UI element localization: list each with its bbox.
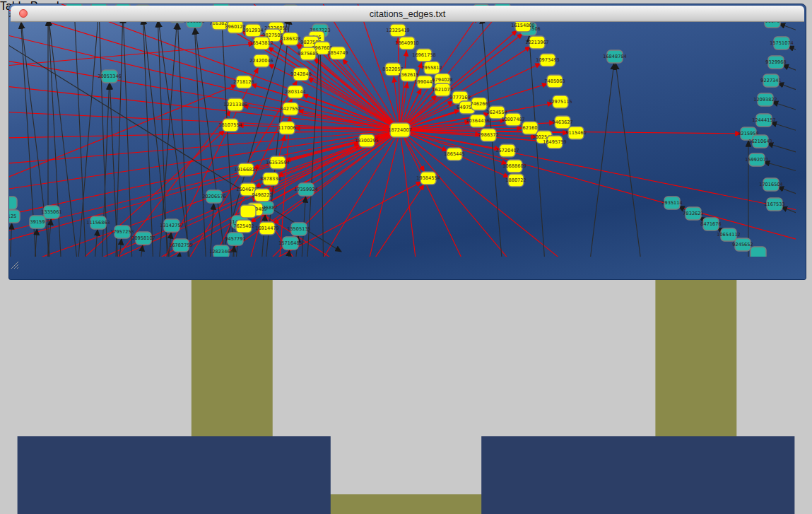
node-label: 8878334 (260, 176, 281, 182)
node-label: 16543812 (249, 40, 273, 46)
node-label: 7986372 (478, 132, 498, 138)
graph-node[interactable]: 9875685 (298, 47, 318, 60)
node-label: 9463627 (552, 119, 572, 125)
node-label: 9242848 (290, 71, 311, 77)
graph-node[interactable]: 8878334 (260, 173, 281, 185)
graph-node[interactable]: 16961758 (412, 49, 436, 62)
graph-node[interactable]: 1621077 (432, 83, 452, 96)
graph-node[interactable]: 18640910 (395, 37, 419, 49)
graph-node[interactable]: 20206576 (202, 190, 226, 203)
window-title: citations_edges.txt (11, 8, 804, 19)
network-canvas[interactable]: 1872400724055723208914061065528715276021… (9, 4, 806, 272)
graph-node[interactable]: 12213967 (525, 36, 549, 49)
graph-node[interactable]: 12325419 (386, 24, 410, 37)
graph-node[interactable]: 13142757 (160, 219, 184, 232)
graph-node[interactable]: 7485063 (544, 75, 565, 88)
graph-node[interactable]: 12823468 (209, 245, 233, 257)
node-label: 10688609 (502, 163, 526, 169)
graph-node[interactable]: 9498222 (252, 189, 272, 201)
graph-node[interactable]: 13505135 (287, 223, 311, 235)
graph-node[interactable]: 9457791 (225, 233, 245, 245)
graph-node[interactable]: 12975115 (548, 95, 572, 108)
node-label: 16782759 (169, 243, 193, 248)
graph-node[interactable]: 1865445 (444, 148, 464, 160)
node-label: 16210643 (748, 139, 772, 144)
graph-node[interactable]: 2935114 (661, 197, 682, 209)
graph-node[interactable]: 18107554 (218, 119, 242, 132)
window-titlebar[interactable]: citations_edges.txt (11, 6, 804, 22)
graph-node[interactable]: 10973493 (536, 54, 560, 66)
graph-node[interactable]: 8912934 (242, 24, 263, 37)
graph-node[interactable]: 125 (9, 210, 20, 223)
graph-node[interactable]: 39159 (30, 216, 45, 228)
graph-node[interactable]: 1167533 (764, 198, 784, 211)
node-label: 7485063 (544, 78, 565, 84)
node-label: 117006 (278, 125, 295, 131)
graph-node[interactable]: 9329968 (765, 56, 786, 69)
graph-node[interactable]: 2803144 (285, 86, 305, 98)
node-label: 15720407 (495, 148, 519, 153)
graph-node[interactable]: 7625402 (233, 220, 254, 233)
graph-node[interactable] (9, 197, 17, 209)
graph-node[interactable]: 9245652 (732, 238, 753, 251)
node-label: 9498222 (252, 192, 272, 198)
node-label: 1167533 (764, 201, 784, 207)
graph-node[interactable]: 17016504 (759, 178, 783, 191)
node-label: 10958107 (131, 235, 155, 241)
node-label: 1335061 (41, 209, 61, 215)
node-label: 8912934 (242, 28, 263, 33)
node-label: 22420046 (249, 58, 273, 64)
node-label: 16961758 (412, 52, 436, 58)
resize-grip-icon[interactable] (9, 259, 19, 269)
node-label: 12213386 (223, 102, 247, 107)
graph-node[interactable]: 7832621 (683, 207, 703, 220)
graph-node[interactable]: 12093822 (753, 93, 777, 106)
graph-node[interactable]: 9227341 (760, 74, 781, 87)
network-window[interactable]: citations_edges.txt 18724007240557232089… (8, 4, 806, 280)
node-label: 12444157 (752, 117, 776, 123)
node-label: 1880722 (505, 177, 526, 183)
graph-node[interactable]: 20364436 (466, 115, 490, 127)
graph-node[interactable]: 7955812 (421, 62, 442, 74)
node-label: 6794028 (432, 77, 452, 83)
node-label: 9875685 (298, 51, 318, 57)
node-label: 18300295 (355, 138, 379, 144)
node-label: 9329968 (765, 59, 786, 65)
node-label: 8522057 (382, 66, 403, 72)
graph-node[interactable]: 8471676 (700, 218, 721, 230)
graph-node[interactable]: 8854749 (327, 47, 348, 59)
graph-node[interactable]: 12213386 (223, 98, 247, 111)
graph-node[interactable] (240, 205, 256, 218)
graph-node[interactable]: 2718126 (233, 76, 254, 88)
node-label: 2803144 (285, 89, 305, 95)
node-label: 12325419 (386, 28, 410, 33)
node-label: 2718126 (233, 79, 254, 85)
node-label: 19166827 (234, 167, 258, 173)
node-label: 8854749 (327, 50, 348, 56)
hub-node[interactable]: 18724007 (388, 123, 412, 137)
node-label: 20053346 (98, 74, 122, 79)
graph-node[interactable]: 16914479 (255, 222, 279, 235)
graph-node[interactable]: 15720407 (495, 144, 519, 157)
node-label: 1865445 (444, 151, 464, 157)
graph-node[interactable]: 62160 (522, 122, 538, 134)
graph-node[interactable]: 9242848 (290, 68, 311, 81)
node-label: 12823468 (209, 249, 233, 255)
network-graph[interactable]: 1872400724055723208914061065528715276021… (9, 4, 796, 257)
graph-node[interactable]: 15751074 (770, 37, 794, 49)
node-label: 19384554 (416, 175, 440, 181)
graph-node[interactable]: 16848784 (603, 50, 627, 63)
node-label: 9115460 (565, 130, 586, 136)
graph-node[interactable] (751, 247, 766, 257)
node-label: 16914479 (255, 226, 279, 231)
graph-node[interactable]: 10688609 (502, 160, 526, 173)
graph-node[interactable]: 8427552 (280, 103, 300, 115)
graph-node[interactable]: 746266 (470, 98, 488, 110)
graph-node[interactable]: 7986372 (478, 129, 498, 141)
graph-node[interactable]: 12444157 (752, 114, 776, 127)
graph-node[interactable]: 8186328 (280, 33, 300, 45)
graph-node[interactable]: 9463627 (552, 116, 572, 129)
node-label: 8186328 (280, 36, 300, 42)
graph-node[interactable]: 117006 (278, 122, 295, 134)
graph-node[interactable]: 1880722 (505, 174, 526, 187)
